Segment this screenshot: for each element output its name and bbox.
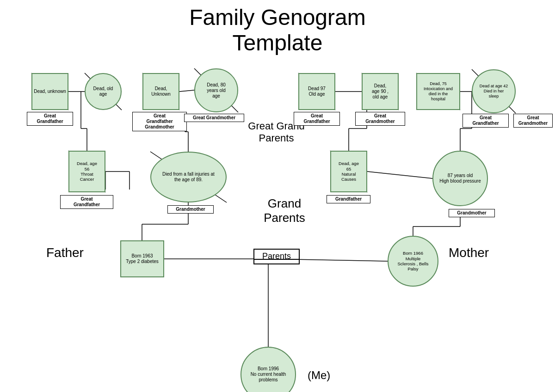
page-title: Family GenogramTemplate (0, 0, 555, 55)
mother-label: Mother (449, 245, 489, 261)
svg-line-19 (367, 172, 432, 178)
gg1-square: Dead, unknown (31, 73, 68, 110)
gg8-label: GreatGrandmother (513, 114, 553, 128)
gg5-label: GreatGrandfather (294, 112, 340, 126)
gp2-oval: Died from a fall injuries atthe age of 8… (150, 152, 227, 202)
p1-square: Born 1963Type 2 diabetes (120, 240, 164, 277)
gg7-label: GreatGrandfather (462, 114, 509, 128)
gp4-label: Grandmother (449, 209, 495, 217)
gp3-square: Dead, age65NaturalCauses (330, 151, 367, 192)
me-circle: Born 1996No current healthproblems (240, 347, 296, 392)
gg3-label: GreatGrandfatherGrandmother (132, 112, 187, 131)
gp2-label: Grandmother (167, 205, 214, 214)
gg2-circle: Dead, oldage (85, 73, 122, 110)
gg4-label: Great Grandmother (184, 114, 244, 122)
gg1-label: GreatGrandfather (27, 112, 73, 126)
gg6-label: GreatGrandmother (355, 112, 405, 126)
p2-circle: Born 1966MultipleSclerosis , BellsPalsy (388, 236, 438, 287)
me-label: (Me) (308, 369, 330, 382)
gg3-square: Dead,Unknown (142, 73, 179, 110)
grandparents-label: GrandParents (247, 196, 321, 225)
gg6-square: Dead,age 90 ,old age (362, 73, 399, 110)
gp1-label: GreatGrandfather (60, 195, 113, 209)
gg8-circle: Dead at age 42Died in hersleep (472, 69, 516, 113)
gp1-square: Dead, age56ThroatCancer (68, 151, 105, 192)
gp3-label: Grandfather (327, 195, 370, 203)
parents-section-label: Parents (253, 249, 300, 264)
gg7-square: Dead, 75Intoxication anddied in thehospi… (416, 73, 460, 110)
father-label: Father (46, 245, 84, 261)
gg5-square: Dead 97Old age (298, 73, 335, 110)
svg-line-1 (179, 90, 194, 92)
gg4-circle: Dead, 80years oldage (194, 68, 238, 112)
gp4-circle: 87 years oldHigh blood pressure (432, 151, 488, 206)
